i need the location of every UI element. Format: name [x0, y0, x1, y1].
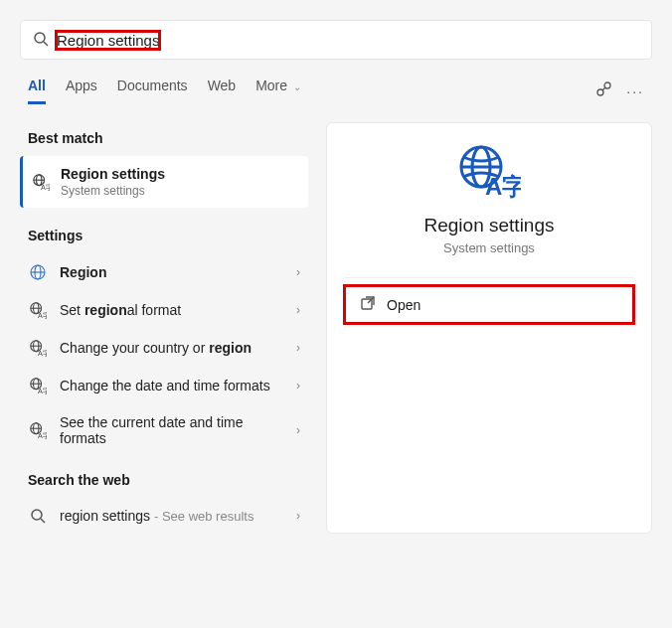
list-label: Change your country or region — [60, 340, 252, 356]
globe-icon — [28, 263, 48, 281]
svg-text:A字: A字 — [41, 183, 50, 191]
best-match-subtitle: System settings — [61, 184, 165, 198]
settings-item-country[interactable]: A字 Change your country or region › — [20, 329, 308, 367]
region-icon: A字 — [28, 377, 48, 394]
svg-line-1 — [44, 42, 48, 46]
settings-item-see-formats[interactable]: A字 See the current date and time formats… — [20, 404, 308, 456]
chevron-right-icon: › — [296, 303, 300, 317]
section-settings: Settings — [20, 220, 308, 253]
list-label: See the current date and time formats — [60, 414, 249, 446]
svg-point-0 — [35, 33, 45, 43]
list-label: region settings - See web results — [60, 508, 253, 524]
svg-text:A字: A字 — [38, 431, 47, 439]
tab-more[interactable]: More ⌄ — [255, 78, 301, 104]
tab-web[interactable]: Web — [208, 78, 237, 104]
chevron-right-icon: › — [296, 379, 300, 392]
svg-line-35 — [368, 297, 374, 303]
section-search-web: Search the web — [20, 464, 308, 498]
region-icon: A字 — [28, 301, 48, 319]
search-icon — [33, 31, 49, 50]
open-icon — [361, 296, 375, 313]
detail-panel: A字 Region settings System settings Open — [326, 122, 652, 534]
search-icon — [28, 508, 48, 524]
settings-item-regional-format[interactable]: A字 Set regional format › — [20, 291, 308, 329]
open-button[interactable]: Open — [345, 286, 633, 323]
open-label: Open — [387, 297, 420, 313]
detail-title: Region settings — [327, 215, 651, 236]
web-result-item[interactable]: region settings - See web results › — [20, 498, 308, 534]
region-icon: A字 — [28, 339, 48, 357]
tabs-row: All Apps Documents Web More ⌄ ··· — [0, 60, 672, 104]
section-best-match: Best match — [20, 122, 308, 156]
chevron-right-icon: › — [296, 423, 300, 437]
settings-item-region[interactable]: Region › — [20, 253, 308, 291]
chevron-right-icon: › — [296, 341, 300, 355]
svg-line-29 — [41, 519, 45, 523]
svg-line-4 — [602, 87, 605, 90]
search-bar[interactable]: Region settings — [20, 20, 652, 60]
chevron-right-icon: › — [296, 265, 300, 279]
more-icon[interactable]: ··· — [626, 83, 644, 99]
svg-text:A字: A字 — [38, 387, 47, 394]
settings-item-date-formats[interactable]: A字 Change the date and time formats › — [20, 367, 308, 404]
tab-documents[interactable]: Documents — [117, 78, 188, 104]
tabs: All Apps Documents Web More ⌄ — [28, 78, 301, 104]
list-label: Change the date and time formats — [60, 378, 270, 393]
network-icon[interactable] — [594, 80, 612, 101]
svg-point-28 — [32, 510, 42, 520]
tab-apps[interactable]: Apps — [66, 78, 97, 104]
region-icon: A字 — [28, 421, 48, 439]
region-icon: A字 — [31, 173, 51, 191]
search-input[interactable]: Region settings — [57, 32, 159, 49]
list-label: Region — [60, 264, 106, 280]
detail-subtitle: System settings — [327, 240, 651, 255]
results-panel: Best match A字 Region settings System set… — [20, 122, 308, 534]
chevron-right-icon: › — [296, 509, 300, 523]
best-match-title: Region settings — [61, 166, 165, 182]
svg-text:A字: A字 — [38, 349, 47, 357]
list-label: Set regional format — [60, 302, 181, 318]
svg-text:A字: A字 — [485, 173, 521, 199]
svg-text:A字: A字 — [38, 311, 47, 319]
region-large-icon: A字 — [327, 143, 651, 199]
tab-all[interactable]: All — [28, 78, 46, 104]
best-match-item[interactable]: A字 Region settings System settings — [20, 156, 308, 208]
